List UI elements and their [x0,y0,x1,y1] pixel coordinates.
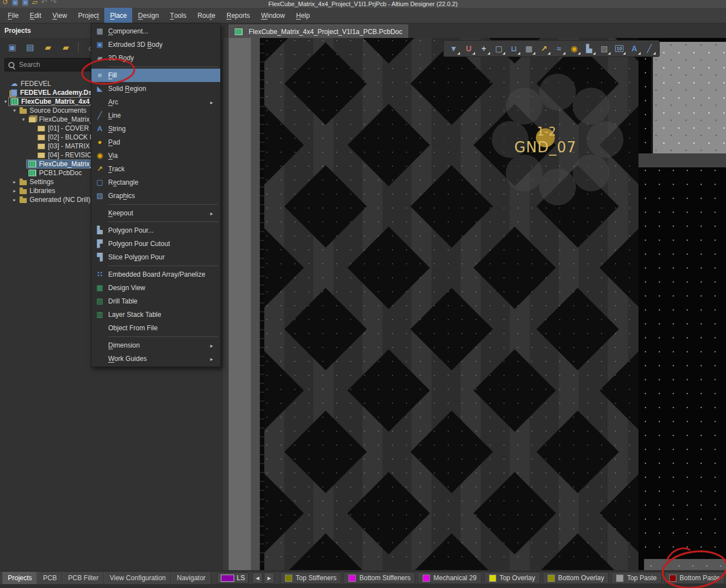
place-menu-item-fill[interactable]: ■Fill [91,69,220,82]
place-menu-item-dimension[interactable]: Dimension▸ [91,339,220,352]
panel-tab-navigator[interactable]: Navigator [171,572,211,584]
save-icon[interactable]: ▣ [12,0,18,7]
place-menu-item-pad[interactable]: ●Pad [91,136,220,149]
place-menu-item-work-guides[interactable]: Work Guides▸ [91,352,220,365]
line-icon[interactable]: ╱ [642,41,657,56]
filter-icon[interactable]: ▼ [446,41,461,56]
place-menu-item-rectangle[interactable]: ▢Rectangle [91,176,220,189]
place-menu-item-polygon-pour-cutout[interactable]: ▛Polygon Pour Cutout [91,237,220,250]
slice-polygon-pour-icon: ▜ [91,253,108,261]
save-all-icon[interactable]: ▣ [22,0,28,7]
expander-open-icon[interactable]: ▾ [2,99,9,104]
expander-open-icon[interactable]: ▾ [20,117,27,122]
layer-tab-label: Top Overlay [500,574,535,582]
menu-item-label: Work Guides [108,355,210,363]
panel-tab-projects[interactable]: Projects [2,572,37,584]
string-icon[interactable]: A [627,41,642,56]
via-icon[interactable]: ◉ [567,41,582,56]
tree-item-label: FlexCube_Matrix_4 [39,115,97,123]
projects-panel-title: Projects [4,27,31,35]
layer-tab-bottom-paste[interactable]: Bottom Paste [664,572,725,584]
document-tab[interactable]: FlexCube_Matrix_4x4_Project_V1I1a_PCB.Pc… [229,25,408,38]
snap-point-icon[interactable]: + [476,41,491,56]
panel-tab-pcb[interactable]: PCB [37,572,62,584]
title-bar: ↺▣▣▱↶↷ FlexCube_Matrix_4x4_Project_V1I1.… [0,0,726,8]
menu-place[interactable]: Place [104,8,132,23]
tree-item-label: FEDEVEL Academy.DsnW [20,89,103,97]
layer-tab-top-stiffeners[interactable]: Top Stiffeners [280,572,341,584]
place-menu-item-arc[interactable]: Arc▸ [91,95,220,109]
place-menu-item-slice-polygon-pour[interactable]: ▜Slice Polygon Pour [91,250,220,264]
place-menu-item-string[interactable]: AString [91,122,220,136]
place-menu-item-solid-region[interactable]: ◣Solid Region [91,82,220,95]
menu-route[interactable]: Route [192,8,221,23]
menu-file[interactable]: File [2,8,24,23]
layer-tab-bottom-stiffeners[interactable]: Bottom Stiffeners [343,572,415,584]
menu-reports[interactable]: Reports [221,8,255,23]
place-menu-item-component[interactable]: ▦Component... [91,25,220,38]
panel-tab-pcb-filter[interactable]: PCB Filter [62,572,104,584]
place-menu-item-embedded-board-array-panelize[interactable]: ∷Embedded Board Array/Panelize [91,268,220,281]
expander-closed-icon[interactable]: ▸ [11,179,18,185]
layer-tab-bottom-overlay[interactable]: Bottom Overlay [543,572,609,584]
place-menu-item-3d-body[interactable]: ▰3D Body [91,51,220,65]
expander-closed-icon[interactable]: ▸ [11,188,18,194]
redo-icon[interactable]: ↷ [50,0,56,7]
layer-scroll-right-icon[interactable]: ▶ [264,572,274,584]
place-menu-item-via[interactable]: ◉Via [91,149,220,162]
expander-closed-icon[interactable]: ▸ [11,197,18,203]
place-menu-item-graphics[interactable]: ▨Graphics [91,189,220,203]
layer-color-swatch [285,575,292,582]
menu-tools[interactable]: Tools [164,8,192,23]
length-tuning-icon[interactable]: ≈ [551,41,567,56]
menu-view[interactable]: View [47,8,72,23]
place-menu-item-track[interactable]: ↗Track [91,162,220,176]
menu-item-label: Object From File [108,324,210,332]
diamond-pattern-svg: 1-2 GND_07 [264,38,638,570]
expander-open-icon[interactable]: ▾ [11,108,18,113]
folder-search-icon[interactable]: ▰ [42,42,54,53]
layer-set-widget[interactable]: LS [217,572,249,584]
menu-design[interactable]: Design [132,8,164,23]
pad-entry-icon[interactable]: ⊔ [506,41,521,56]
menu-project[interactable]: Project [72,8,104,23]
room-icon[interactable]: ▧ [597,41,612,56]
place-menu-item-layer-stack-table[interactable]: ▥Layer Stack Table [91,308,220,321]
menu-window[interactable]: Window [255,8,291,23]
layer-color-swatch [548,575,555,582]
place-menu-item-extruded-3d-body[interactable]: ▣Extruded 3D Body [91,38,220,51]
layer-tab-top-overlay[interactable]: Top Overlay [484,572,540,584]
panel-tab-view-configuration[interactable]: View Configuration [104,572,172,584]
sheet-icon [37,152,45,158]
polygon-icon[interactable]: ▙ [582,41,597,56]
component-icon[interactable]: ▦ [521,41,536,56]
layer-tab-top-paste[interactable]: Top Paste [611,572,661,584]
menu-item-label: Design View [108,284,210,292]
place-menu-item-object-from-file[interactable]: Object From File [91,321,220,335]
menu-edit[interactable]: Edit [24,8,47,23]
copy-icon[interactable]: ▤ [25,42,36,53]
place-menu-item-drill-table[interactable]: ▤Drill Table [91,295,220,308]
dimension-icon[interactable]: 10 [612,41,627,56]
pin-label: 1-2 [537,125,556,138]
pcb-canvas[interactable]: 1-2 GND_07 ▼U+▢⊔▦↗≈◉▙▧10A╱ [223,38,726,570]
route-track-icon[interactable]: ↗ [536,41,551,56]
submenu-arrow-icon: ▸ [210,210,220,216]
select-area-icon[interactable]: ▢ [491,41,506,56]
layer-scroll-left-icon[interactable]: ◀ [252,572,263,584]
place-menu-item-keepout[interactable]: Keepout▸ [91,206,220,220]
menu-help[interactable]: Help [291,8,316,23]
place-menu-item-polygon-pour[interactable]: ▙Polygon Pour... [91,224,220,237]
folder-history-icon[interactable]: ▰ [60,42,71,53]
layer-tab-mechanical-29[interactable]: Mechanical 29 [418,572,481,584]
undo-icon[interactable]: ↶ [41,0,47,7]
save-icon[interactable]: ▣ [7,42,18,53]
solid-region-icon: ◣ [91,85,108,93]
open-icon[interactable]: ▱ [32,0,38,7]
place-menu-item-design-view[interactable]: ▦Design View [91,281,220,295]
place-menu-item-line[interactable]: ╱Line [91,109,220,122]
layer-color-swatch [616,575,623,582]
reset-icon[interactable]: ↺ [2,0,8,7]
layer-tab-label: Bottom Overlay [558,574,604,582]
snap-magnet-icon[interactable]: U [461,41,476,56]
